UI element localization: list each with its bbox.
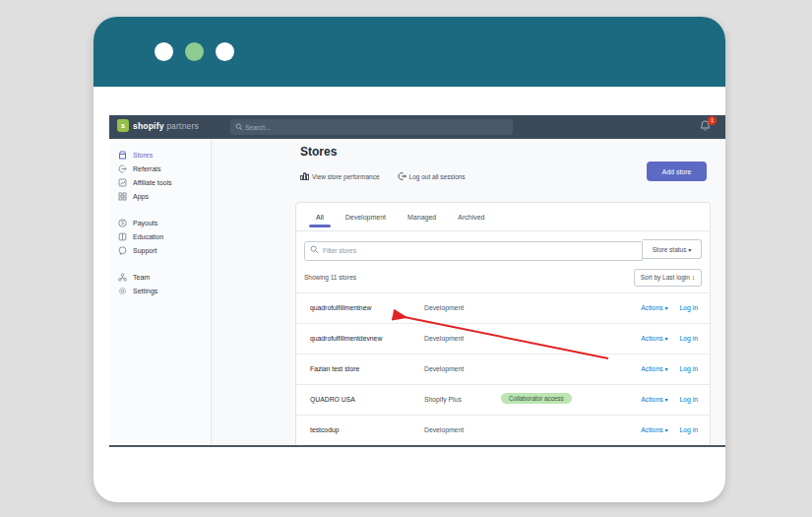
collaborator-access-badge: Collaborator access: [501, 393, 572, 404]
add-store-button[interactable]: Add store: [647, 162, 707, 181]
logout-all-sessions-link[interactable]: Log out all sessions: [398, 172, 466, 180]
settings-icon: [118, 287, 127, 295]
store-name: testcodup: [310, 426, 339, 433]
actions-dropdown-link[interactable]: Actions ▾: [641, 396, 667, 403]
education-icon: [118, 232, 127, 241]
sidebar-group: $PayoutsEducationSupport: [109, 216, 211, 257]
sidebar-item-label: Payouts: [133, 220, 157, 226]
store-icon: [118, 151, 127, 160]
actions-label: Actions: [641, 335, 662, 342]
shopify-partners-screenshot: s shopify partners 1 StoresReferralsAffi…: [109, 115, 725, 447]
svg-text:$: $: [121, 220, 124, 226]
sidebar-item-support[interactable]: Support: [109, 243, 211, 257]
top-navbar: s shopify partners 1: [109, 115, 725, 139]
affiliate-icon: [118, 178, 127, 187]
logo-bold: shopify: [133, 121, 164, 131]
view-store-performance-label: View store performance: [312, 173, 380, 180]
bar-chart-icon: [300, 172, 309, 180]
shopify-partners-logo[interactable]: s shopify partners: [117, 119, 199, 132]
sort-by-label: Sort by Last login: [641, 274, 690, 281]
search-input[interactable]: [230, 119, 513, 135]
sidebar-item-label: Affiliate tools: [133, 179, 172, 186]
window-dot-1: [155, 42, 173, 61]
actions-label: Actions: [641, 365, 662, 372]
tab-managed[interactable]: Managed: [407, 203, 436, 230]
table-row: testcodupDevelopmentActions ▾Log in: [296, 415, 710, 445]
row-links: Actions ▾Log in: [641, 335, 698, 342]
table-row: dev1.onetreeplantedDevelopmentActions ▾L…: [296, 445, 710, 448]
store-type: Development: [424, 304, 464, 311]
sidebar-item-stores[interactable]: Stores: [109, 148, 211, 162]
sidebar-group: TeamSettings: [109, 270, 211, 297]
actions-label: Actions: [641, 426, 662, 433]
chevron-down-icon: ▾: [688, 247, 691, 253]
sidebar-item-education[interactable]: Education: [109, 229, 211, 243]
browser-titlebar: [94, 17, 725, 87]
sidebar-item-label: Education: [133, 233, 163, 240]
sidebar-item-label: Support: [133, 247, 157, 254]
log-in-link[interactable]: Log in: [679, 426, 698, 433]
caret-down-icon: ▾: [664, 397, 667, 403]
logout-all-sessions-label: Log out all sessions: [409, 173, 466, 180]
sidebar-item-payouts[interactable]: $Payouts: [109, 216, 211, 229]
logout-icon: [398, 172, 406, 180]
window-dot-2: [185, 42, 204, 61]
showing-row: Showing 11 stores Sort by Last login ↕: [296, 267, 710, 292]
actions-dropdown-link[interactable]: Actions ▾: [641, 335, 667, 342]
view-store-performance-link[interactable]: View store performance: [300, 172, 380, 180]
sidebar-item-referrals[interactable]: Referrals: [109, 162, 211, 175]
store-list: quadrofulfillmentnewDevelopmentActions ▾…: [296, 292, 710, 448]
sidebar-item-label: Referrals: [133, 165, 160, 172]
sidebar-item-team[interactable]: Team: [109, 270, 211, 284]
log-in-link[interactable]: Log in: [679, 335, 698, 342]
window-dot-3: [216, 42, 234, 61]
sidebar-nav: StoresReferralsAffiliate toolsApps$Payou…: [109, 139, 212, 445]
notifications-bell[interactable]: 1: [699, 119, 713, 134]
row-links: Actions ▾Log in: [641, 396, 698, 403]
row-links: Actions ▾Log in: [641, 304, 698, 311]
store-name: QUADRO USA: [310, 396, 355, 403]
sidebar-item-label: Team: [133, 274, 150, 281]
store-status-dropdown[interactable]: Store status ▾: [643, 239, 702, 259]
caret-down-icon: ▾: [664, 305, 667, 311]
sidebar-item-settings[interactable]: Settings: [109, 284, 211, 297]
store-status-label: Store status: [653, 246, 687, 253]
main-content: Stores View store performance Log out al…: [213, 139, 725, 445]
store-type: Development: [424, 365, 464, 372]
sort-by-button[interactable]: Sort by Last login ↕: [634, 269, 702, 287]
filter-input-wrap: [304, 239, 643, 261]
log-in-link[interactable]: Log in: [679, 365, 698, 372]
log-in-link[interactable]: Log in: [679, 396, 698, 403]
tab-archived[interactable]: Archived: [458, 203, 484, 230]
sidebar-group: StoresReferralsAffiliate toolsApps: [109, 148, 211, 203]
tab-development[interactable]: Development: [345, 203, 386, 230]
page-title: Stores: [300, 145, 337, 159]
store-name: Fazian test store: [310, 365, 359, 372]
tab-all[interactable]: All: [316, 203, 324, 230]
store-name: quadrofulfillmentdevnew: [310, 335, 382, 342]
referrals-icon: [118, 164, 127, 173]
row-links: Actions ▾Log in: [641, 426, 698, 433]
table-row: Fazian test storeDevelopmentActions ▾Log…: [296, 354, 710, 384]
logo-light: partners: [166, 121, 199, 131]
sidebar-item-label: Apps: [133, 193, 149, 200]
store-type: Development: [424, 426, 464, 433]
showing-count-text: Showing 11 stores: [304, 274, 356, 281]
log-in-link[interactable]: Log in: [679, 304, 698, 311]
store-type: Development: [424, 335, 464, 342]
sidebar-item-label: Settings: [133, 288, 157, 294]
page-subactions: View store performance Log out all sessi…: [300, 172, 466, 180]
stores-panel: AllDevelopmentManagedArchived Store stat…: [295, 202, 711, 447]
sidebar-item-affiliate-tools[interactable]: Affiliate tools: [109, 175, 211, 189]
table-row: quadrofulfillmentdevnewDevelopmentAction…: [296, 323, 710, 354]
caret-down-icon: ▾: [664, 336, 667, 342]
notification-count-badge: 1: [708, 116, 717, 125]
filter-stores-input[interactable]: [304, 241, 643, 261]
sidebar-item-apps[interactable]: Apps: [109, 189, 211, 203]
browser-window-mockup: s shopify partners 1 StoresReferralsAffi…: [94, 17, 725, 502]
actions-dropdown-link[interactable]: Actions ▾: [641, 365, 667, 372]
actions-dropdown-link[interactable]: Actions ▾: [641, 304, 667, 311]
actions-dropdown-link[interactable]: Actions ▾: [641, 426, 667, 433]
store-name: quadrofulfillmentnew: [310, 304, 371, 311]
row-links: Actions ▾Log in: [641, 365, 698, 372]
